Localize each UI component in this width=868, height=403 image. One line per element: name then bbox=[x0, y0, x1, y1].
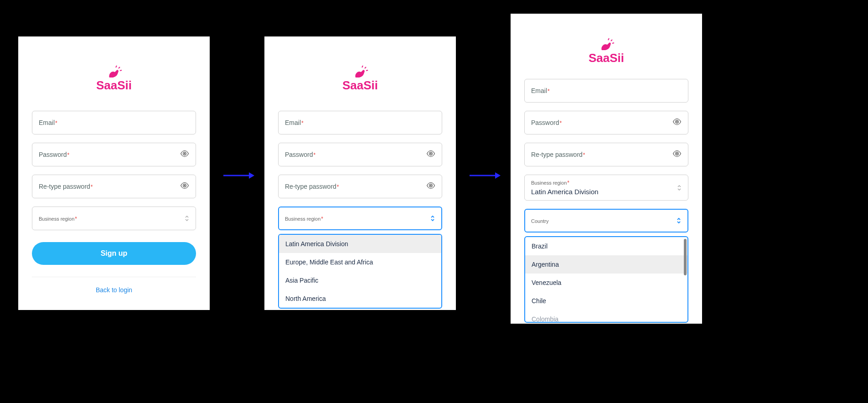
svg-line-8 bbox=[366, 70, 368, 71]
signup-form-state-3: SaaSii Email* Password* Re-type password… bbox=[511, 14, 702, 324]
password-field[interactable]: Password* bbox=[32, 143, 196, 166]
divider bbox=[32, 277, 196, 277]
eye-icon[interactable] bbox=[180, 181, 189, 192]
scrollbar-thumb[interactable] bbox=[684, 239, 687, 275]
signup-form-state-2: SaaSii Email* Password* Re-type password… bbox=[264, 36, 456, 310]
password-field[interactable]: Password* bbox=[524, 111, 688, 134]
eye-icon[interactable] bbox=[426, 149, 435, 160]
signup-form-state-1: SaaSii Email* Password* Re-type password… bbox=[18, 36, 210, 310]
email-field[interactable]: Email* bbox=[32, 111, 196, 134]
chevron-updown-icon bbox=[430, 215, 435, 222]
svg-point-3 bbox=[184, 153, 185, 154]
brand-logo: SaaSii bbox=[32, 64, 196, 93]
eye-icon[interactable] bbox=[672, 117, 682, 128]
eye-icon[interactable] bbox=[426, 181, 435, 192]
flow-arrow bbox=[470, 171, 497, 174]
region-select[interactable]: Business region* bbox=[278, 207, 442, 230]
eye-icon[interactable] bbox=[672, 149, 682, 160]
country-option[interactable]: Brazil bbox=[525, 237, 687, 255]
retype-password-field[interactable]: Re-type password* bbox=[32, 175, 196, 198]
svg-line-14 bbox=[612, 43, 614, 43]
back-to-login-link[interactable]: Back to login bbox=[32, 286, 196, 294]
svg-line-7 bbox=[365, 67, 366, 68]
region-dropdown: Latin America Division Europe, Middle Ea… bbox=[278, 234, 442, 309]
region-option[interactable]: Europe, Middle East and Africa bbox=[279, 253, 441, 271]
country-option[interactable]: Colombia bbox=[525, 310, 687, 323]
country-dropdown: Brazil Argentina Venezuela Chile Colombi… bbox=[524, 236, 688, 323]
country-select[interactable]: Country bbox=[524, 209, 688, 232]
svg-point-16 bbox=[676, 153, 677, 154]
svg-line-13 bbox=[611, 40, 612, 41]
email-field[interactable]: Email* bbox=[524, 79, 688, 103]
retype-password-field[interactable]: Re-type password* bbox=[524, 143, 688, 166]
country-option[interactable]: Venezuela bbox=[525, 274, 687, 292]
retype-password-field[interactable]: Re-type password* bbox=[278, 175, 442, 198]
password-field[interactable]: Password* bbox=[278, 143, 442, 166]
svg-point-10 bbox=[430, 185, 431, 186]
chevron-updown-icon bbox=[677, 185, 682, 191]
region-option[interactable]: Latin America Division bbox=[279, 235, 441, 253]
signup-button[interactable]: Sign up bbox=[32, 242, 196, 265]
brand-logo: SaaSii bbox=[524, 36, 688, 65]
svg-line-6 bbox=[362, 66, 363, 67]
svg-point-9 bbox=[430, 153, 431, 154]
region-select[interactable]: Business region* Latin America Division bbox=[524, 175, 688, 201]
chevron-updown-icon bbox=[185, 215, 189, 222]
flow-arrow bbox=[223, 171, 251, 174]
region-select[interactable]: Business region* bbox=[32, 207, 196, 230]
brand-text: SaaSii bbox=[589, 51, 624, 65]
region-value: Latin America Division bbox=[531, 188, 682, 196]
eye-icon[interactable] bbox=[180, 149, 189, 160]
region-option[interactable]: North America bbox=[279, 289, 441, 308]
svg-line-1 bbox=[119, 67, 120, 68]
svg-line-2 bbox=[120, 70, 122, 71]
brand-text: SaaSii bbox=[342, 78, 378, 93]
country-option[interactable]: Argentina bbox=[525, 255, 687, 274]
region-option[interactable]: Asia Pacific bbox=[279, 271, 441, 289]
brand-logo: SaaSii bbox=[278, 64, 442, 93]
brand-text: SaaSii bbox=[96, 78, 132, 93]
chevron-updown-icon bbox=[677, 217, 681, 224]
email-field[interactable]: Email* bbox=[278, 111, 442, 134]
svg-point-15 bbox=[676, 121, 677, 122]
svg-line-0 bbox=[116, 66, 117, 67]
svg-line-12 bbox=[608, 38, 609, 40]
country-option[interactable]: Chile bbox=[525, 292, 687, 310]
svg-point-4 bbox=[184, 185, 185, 186]
